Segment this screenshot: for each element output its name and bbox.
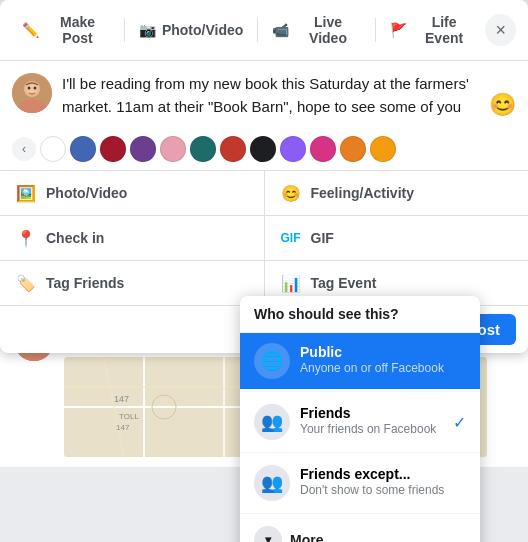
action-checkin-label: Check in: [46, 230, 104, 246]
dropdown-friends-text: Friends Your friends on Facebook: [300, 404, 436, 438]
color-swatch-orange[interactable]: [340, 136, 366, 162]
dropdown-more-label: More...: [290, 532, 335, 542]
life-event-button[interactable]: 🚩 Life Event: [380, 8, 486, 52]
dropdown-friends-title: Friends: [300, 404, 436, 422]
action-gif-label: GIF: [311, 230, 334, 246]
public-globe-icon: 🌐: [254, 343, 290, 379]
toolbar-divider-1: [124, 18, 125, 42]
color-swatch-red-dark[interactable]: [100, 136, 126, 162]
tag-friends-icon: 🏷️: [14, 271, 38, 295]
dropdown-friends-subtitle: Your friends on Facebook: [300, 422, 436, 438]
dropdown-friends-except-subtitle: Don't show to some friends: [300, 483, 444, 499]
toolbar-divider-2: [257, 18, 258, 42]
close-button[interactable]: ×: [485, 14, 516, 46]
emoji-button[interactable]: 😊: [489, 92, 516, 118]
friends-except-icon: 👥: [254, 465, 290, 501]
dropdown-title: Who should see this?: [240, 296, 480, 333]
audience-dropdown: Who should see this? 🌐 Public Anyone on …: [240, 296, 480, 542]
svg-text:147: 147: [114, 394, 129, 404]
action-photo-video-label: Photo/Video: [46, 185, 127, 201]
dropdown-item-friends-except[interactable]: 👥 Friends except... Don't show to some f…: [240, 455, 480, 511]
user-avatar: [12, 73, 52, 113]
dropdown-friends-except-text: Friends except... Don't show to some fri…: [300, 465, 444, 499]
action-photo-video[interactable]: 🖼️ Photo/Video: [0, 171, 264, 215]
color-swatch-blue[interactable]: [70, 136, 96, 162]
live-video-button[interactable]: 📹 Live Video: [262, 8, 370, 52]
dropdown-item-public[interactable]: 🌐 Public Anyone on or off Facebook 👆: [240, 333, 480, 389]
dropdown-friends-except-title: Friends except...: [300, 465, 444, 483]
post-toolbar: ✏️ Make Post 📷 Photo/Video 📹 Live Video …: [0, 0, 528, 61]
color-swatch-black[interactable]: [250, 136, 276, 162]
color-swatch-red[interactable]: [220, 136, 246, 162]
svg-point-4: [28, 87, 31, 90]
dropdown-public-subtitle: Anyone on or off Facebook: [300, 361, 444, 377]
post-input-area: I'll be reading from my new book this Sa…: [0, 61, 528, 130]
action-tag-event-label: Tag Event: [311, 275, 377, 291]
post-text-input[interactable]: I'll be reading from my new book this Sa…: [62, 73, 479, 118]
dropdown-more-button[interactable]: ▾ More...: [240, 516, 480, 542]
dropdown-public-title: Public: [300, 343, 444, 361]
tag-event-icon: 📊: [279, 271, 303, 295]
action-tag-friends-label: Tag Friends: [46, 275, 124, 291]
action-feeling[interactable]: 😊 Feeling/Activity: [265, 171, 529, 215]
feeling-icon: 😊: [279, 181, 303, 205]
palette-prev-button[interactable]: ‹: [12, 137, 36, 161]
dropdown-divider-3: [240, 513, 480, 514]
dropdown-item-friends[interactable]: 👥 Friends Your friends on Facebook ✓: [240, 394, 480, 450]
photo-video-icon: 🖼️: [14, 181, 38, 205]
color-swatch-yellow[interactable]: [370, 136, 396, 162]
color-palette-row: ‹: [0, 130, 528, 170]
action-tag-friends[interactable]: 🏷️ Tag Friends: [0, 261, 264, 305]
action-buttons-grid: 🖼️ Photo/Video 😊 Feeling/Activity 📍 Chec…: [0, 170, 528, 306]
friends-group-icon: 👥: [254, 404, 290, 440]
dropdown-divider-2: [240, 452, 480, 453]
color-swatch-purple[interactable]: [130, 136, 156, 162]
svg-point-5: [34, 87, 37, 90]
checkin-icon: 📍: [14, 226, 38, 250]
color-swatch-pink-dark[interactable]: [310, 136, 336, 162]
flag-icon: 🚩: [390, 22, 407, 38]
action-gif[interactable]: GIF GIF: [265, 216, 529, 260]
color-swatch-white[interactable]: [40, 136, 66, 162]
dropdown-divider-1: [240, 391, 480, 392]
toolbar-divider-3: [375, 18, 376, 42]
photo-video-button[interactable]: 📷 Photo/Video: [129, 16, 253, 44]
svg-text:TOLL: TOLL: [119, 412, 139, 421]
make-post-button[interactable]: ✏️ Make Post: [12, 8, 120, 52]
svg-text:147: 147: [116, 423, 130, 432]
color-swatch-teal[interactable]: [190, 136, 216, 162]
pencil-icon: ✏️: [22, 22, 39, 38]
action-feeling-label: Feeling/Activity: [311, 185, 414, 201]
gif-icon: GIF: [279, 226, 303, 250]
more-triangle-icon: ▾: [254, 526, 282, 542]
live-icon: 📹: [272, 22, 289, 38]
action-checkin[interactable]: 📍 Check in: [0, 216, 264, 260]
dropdown-public-text: Public Anyone on or off Facebook: [300, 343, 444, 377]
friends-checkmark-icon: ✓: [453, 413, 466, 432]
color-swatch-pink-light[interactable]: [160, 136, 186, 162]
camera-icon: 📷: [139, 22, 156, 38]
color-swatch-purple2[interactable]: [280, 136, 306, 162]
